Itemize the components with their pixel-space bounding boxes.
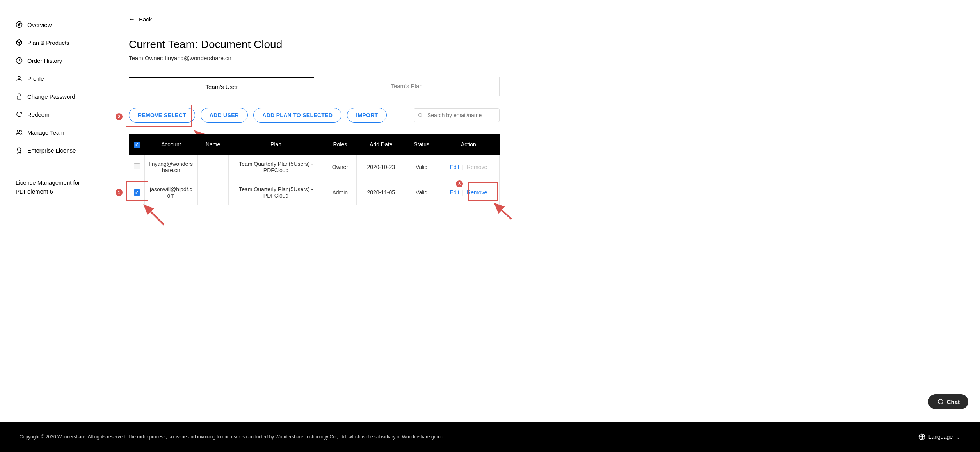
users-table: Account Name Plan Roles Add Date Status … [129,134,500,205]
annotation-arrow-1 [141,201,168,229]
svg-line-12 [144,205,164,225]
annotation-badge-2: 2 [116,113,123,120]
sidebar-item-manage-team[interactable]: Manage Team [16,123,105,141]
sidebar-item-redeem[interactable]: Redeem [16,105,105,123]
svg-line-14 [495,204,511,219]
svg-point-8 [418,113,422,116]
cell-name [197,154,228,180]
svg-rect-4 [17,96,21,99]
arrow-left-icon: ← [129,16,135,23]
col-roles: Roles [324,135,356,155]
compass-icon [16,21,23,28]
row-checkbox[interactable] [134,189,140,196]
cell-action: Edit | Remove [438,180,499,205]
lock-icon [16,93,23,100]
import-button[interactable]: IMPORT [347,108,387,123]
sidebar-item-label: Plan & Products [27,39,69,46]
search-icon [418,112,423,118]
language-selector[interactable]: Language ⌄ [918,433,960,440]
team-owner-label: Team Owner: linyang@wondershare.cn [129,55,500,61]
remove-select-button[interactable]: REMOVE SELECT [129,108,195,123]
col-account: Account [145,135,198,155]
add-user-button[interactable]: ADD USER [201,108,248,123]
chat-icon [937,398,944,405]
remove-link: Remove [467,164,487,170]
col-status: Status [406,135,438,155]
row-checkbox [134,163,140,169]
annotation-badge-1: 1 [116,189,123,196]
col-plan: Plan [228,135,324,155]
cell-plan: Team Quarterly Plan(5Users) - PDFCloud [228,154,324,180]
select-all-checkbox[interactable] [134,142,140,148]
sidebar-item-profile[interactable]: Profile [16,69,105,87]
users-icon [16,129,23,136]
svg-point-7 [18,148,21,151]
sidebar-divider [0,167,105,167]
cube-icon [16,39,23,46]
tabs: Team's User Team's Plan [129,77,500,96]
main-content: ← Back Current Team: Document Cloud Team… [105,0,535,422]
cell-add-date: 2020-11-05 [356,180,406,205]
edit-link[interactable]: Edit [450,189,459,196]
cell-account: linyang@wondershare.cn [145,154,198,180]
search-input[interactable] [414,108,500,122]
cell-roles: Admin [324,180,356,205]
col-action: Action [438,135,499,155]
sidebar-item-overview[interactable]: Overview [16,16,105,34]
sidebar-item-change-password[interactable]: Change Password [16,87,105,105]
footer: Copyright © 2020 Wondershare. All rights… [0,422,980,452]
search-wrap [414,108,500,122]
clock-icon [16,57,23,64]
cell-add-date: 2020-10-23 [356,154,406,180]
badge-icon [16,147,23,154]
sidebar-item-label: Profile [27,75,44,82]
table-header-row: Account Name Plan Roles Add Date Status … [129,135,500,155]
chat-label: Chat [947,399,960,405]
cell-roles: Owner [324,154,356,180]
cell-account: jasonwill@hipdf.com [145,180,198,205]
tab-label: Team's User [206,84,238,90]
col-add-date: Add Date [356,135,406,155]
tab-teams-user[interactable]: Team's User [129,77,314,96]
chat-widget[interactable]: Chat [928,394,968,409]
sidebar-item-label: Redeem [27,111,50,118]
annotation-badge-3: 3 [456,180,463,187]
sidebar-item-label: Change Password [27,93,75,100]
edit-link[interactable]: Edit [450,164,459,170]
sidebar-item-order-history[interactable]: Order History [16,52,105,69]
tab-teams-plan[interactable]: Team's Plan [314,77,499,96]
cell-action: Edit | Remove [438,154,499,180]
sidebar: Overview Plan & Products Order History P… [0,0,105,422]
col-name: Name [197,135,228,155]
sidebar-item-enterprise-license[interactable]: Enterprise License [16,141,105,159]
refresh-icon [16,111,23,118]
action-separator: | [462,189,464,196]
sidebar-footer-text[interactable]: License Management for PDFelement 6 [16,175,105,199]
sidebar-item-label: Order History [27,57,62,64]
sidebar-item-label: Enterprise License [27,147,76,154]
svg-marker-1 [18,23,20,26]
table-row: jasonwill@hipdf.com Team Quarterly Plan(… [129,180,500,205]
back-link[interactable]: ← Back [129,16,152,23]
page-title: Current Team: Document Cloud [129,38,500,51]
cell-plan: Team Quarterly Plan(5Users) - PDFCloud [228,180,324,205]
cell-status: Valid [406,180,438,205]
language-label: Language [928,434,953,440]
user-icon [16,75,23,82]
cell-status: Valid [406,154,438,180]
sidebar-item-plan-products[interactable]: Plan & Products [16,34,105,52]
copyright-text: Copyright © 2020 Wondershare. All rights… [20,434,445,440]
svg-point-3 [18,76,20,78]
remove-link[interactable]: Remove [467,189,487,196]
sidebar-item-label: Overview [27,21,52,28]
toolbar: 2 REMOVE SELECT ADD USER ADD PLAN TO SEL… [129,108,500,123]
back-label: Back [139,16,152,23]
svg-point-6 [20,130,22,132]
chevron-down-icon: ⌄ [956,434,960,440]
svg-point-5 [17,130,20,132]
add-plan-to-selected-button[interactable]: ADD PLAN TO SELECTED [253,108,341,123]
table-row: linyang@wondershare.cn Team Quarterly Pl… [129,154,500,180]
globe-icon [918,433,925,440]
sidebar-item-label: Manage Team [27,129,64,136]
cell-name [197,180,228,205]
